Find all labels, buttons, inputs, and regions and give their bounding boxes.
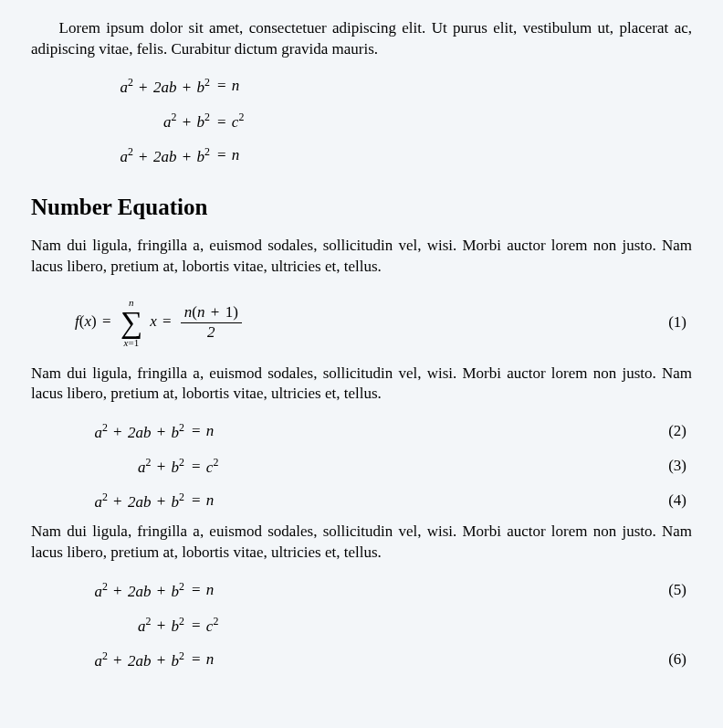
equation-rhs: = c2 [190,455,218,478]
equation-number: (2) [668,421,692,442]
body-paragraph: Nam dui ligula, fringilla a, euismod sod… [31,522,692,564]
equation-block-numbered-b: a2 + 2ab + b2 = n (5) a2 + b2 = c2 a2 + … [31,576,692,673]
equation-row: a2 + 2ab + b2 = n [75,73,692,100]
equation-row: a2 + 2ab + b2 = n (2) [75,417,692,445]
equation-lhs: a2 + 2ab + b2 [75,579,184,602]
equation-row: f(x) = n ∑ x=1 x = n(n + 1) 2 (1) [75,290,692,356]
equation-block-unnumbered: a2 + 2ab + b2 = n a2 + b2 = c2 a2 + 2ab … [31,73,692,170]
equation-row: a2 + 2ab + b2 = n (4) [75,487,692,514]
document-page: Lorem ipsum dolor sit amet, consectetuer… [0,0,723,702]
equation-rhs: = n [190,491,214,512]
equation-lhs: a2 + 2ab + b2 [75,75,210,98]
equation-row: a2 + 2ab + b2 = n (5) [75,576,692,604]
body-paragraph: Nam dui ligula, fringilla a, euismod sod… [31,364,692,406]
equation-row: a2 + b2 = c2 (3) [75,452,692,480]
equation-number: (3) [668,456,692,477]
equation-rhs: = c2 [190,614,218,637]
equation-lhs: a2 + b2 [75,455,184,478]
sigma-icon: n ∑ x=1 [120,298,142,347]
equation-rhs: = n [190,649,214,670]
equation-number: (6) [668,649,692,670]
equation-rhs: = n [215,145,239,166]
equation-number: (4) [668,491,692,512]
intro-paragraph: Lorem ipsum dolor sit amet, consectetuer… [31,18,692,60]
equation-rhs: = c2 [215,110,244,132]
equation-block-sum: f(x) = n ∑ x=1 x = n(n + 1) 2 (1) [31,290,692,356]
body-paragraph: Nam dui ligula, fringilla a, euismod sod… [31,236,692,278]
equation-lhs: a2 + 2ab + b2 [75,490,184,512]
equation-row: a2 + 2ab + b2 = n (6) [75,646,692,673]
equation-row: a2 + 2ab + b2 = n [75,142,692,170]
equation-block-numbered-a: a2 + 2ab + b2 = n (2) a2 + b2 = c2 (3) a… [31,417,692,514]
equation-row: a2 + b2 = c2 [75,108,692,135]
equation-rhs: = n [190,421,214,442]
equation-rhs: = n [190,580,214,601]
section-heading: Number Equation [31,192,692,223]
equation-lhs: a2 + b2 [75,110,210,132]
equation-lhs: a2 + b2 [75,614,184,637]
equation-row: a2 + b2 = c2 [75,611,692,638]
equation-rhs: = n [215,76,239,97]
equation-number: (5) [668,580,692,601]
fraction: n(n + 1) 2 [181,303,242,342]
equation-lhs: a2 + 2ab + b2 [75,649,184,671]
equation-lhs: a2 + 2ab + b2 [75,420,184,443]
equation-lhs: a2 + 2ab + b2 [75,144,210,167]
equation-number: (1) [668,312,692,333]
equation-summation: f(x) = n ∑ x=1 x = n(n + 1) 2 [75,298,242,347]
